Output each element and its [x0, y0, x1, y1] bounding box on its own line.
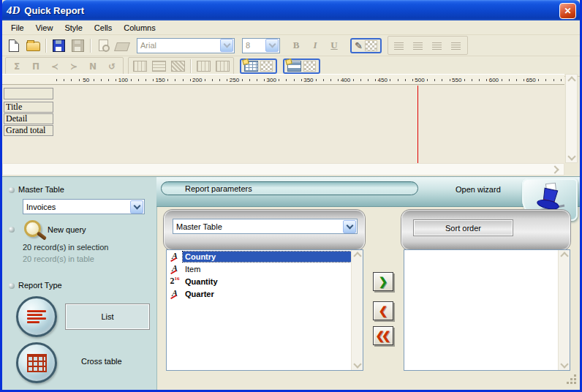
- ruler-tick: [502, 79, 502, 81]
- row-grand-total[interactable]: Grand total: [4, 125, 53, 136]
- ruler-tick: [412, 79, 413, 81]
- report-type-label: Report Type: [18, 281, 62, 290]
- pen-color-toggle[interactable]: ✎: [350, 38, 382, 53]
- title-bar[interactable]: 4D Quick Report ✕: [2, 0, 580, 20]
- row-title[interactable]: Title: [4, 102, 53, 113]
- fields-list[interactable]: ACountryAItem216QuantityAQuarter: [166, 249, 363, 371]
- scroll-down-icon[interactable]: [567, 152, 575, 160]
- field-quarter[interactable]: AQuarter: [167, 287, 363, 300]
- toolbar-separator: [190, 59, 191, 73]
- ruler-number: 600: [488, 77, 499, 83]
- open-wizard-label[interactable]: Open wizard: [456, 185, 501, 194]
- print-button[interactable]: [113, 37, 131, 53]
- add-field-button[interactable]: ❯: [373, 272, 393, 291]
- scroll-up-icon[interactable]: [353, 252, 361, 260]
- max-button[interactable]: ≻: [65, 59, 83, 75]
- underline-button[interactable]: U: [325, 37, 343, 53]
- report-canvas[interactable]: TitleDetailGrand total: [2, 86, 564, 163]
- new-query-label[interactable]: New query: [48, 225, 86, 234]
- number-format-button[interactable]: N: [84, 59, 102, 75]
- sort-list-scrollbar[interactable]: [558, 250, 570, 370]
- align-center-button[interactable]: [409, 37, 427, 53]
- horizontal-scrollbar[interactable]: [2, 163, 564, 176]
- show-grid-toggle[interactable]: [240, 59, 277, 74]
- new-report-button[interactable]: [5, 37, 23, 53]
- scroll-right-icon[interactable]: [551, 165, 559, 173]
- field-quantity[interactable]: 216Quantity: [167, 275, 363, 287]
- list-report-button[interactable]: [16, 296, 57, 337]
- insert-column-right-button[interactable]: [213, 59, 231, 75]
- remove-all-fields-button[interactable]: ❮❮: [373, 326, 393, 345]
- open-report-button[interactable]: [24, 37, 42, 53]
- remove-field-button[interactable]: ❮: [373, 301, 393, 320]
- align-right-button[interactable]: [428, 37, 446, 53]
- scroll-up-icon[interactable]: [560, 252, 568, 260]
- menubar: FileViewStyleCellsColumns: [2, 20, 580, 35]
- scroll-down-icon[interactable]: [560, 360, 568, 368]
- cross-table-button[interactable]: [16, 342, 57, 383]
- fields-table-dropdown[interactable]: Master Table: [173, 219, 358, 234]
- italic-button[interactable]: I: [306, 37, 324, 53]
- pi-icon: Π: [31, 61, 42, 72]
- report-parameters-header: Report parameters: [161, 181, 418, 195]
- cross-table-icon: [27, 354, 47, 372]
- print-preview-button[interactable]: [94, 37, 112, 53]
- row-header-cell[interactable]: [4, 88, 53, 99]
- red-guide-line[interactable]: [417, 86, 418, 163]
- field-label: Country: [183, 252, 351, 262]
- resize-grip[interactable]: [565, 373, 577, 385]
- ruler-tick: [427, 79, 428, 81]
- sort-order-list[interactable]: [404, 249, 570, 371]
- align-justify-button[interactable]: [447, 37, 465, 53]
- insert-column-left-button[interactable]: [194, 59, 212, 75]
- grid-rows-icon: [287, 61, 301, 72]
- menu-view[interactable]: View: [30, 22, 59, 34]
- new-query-button[interactable]: [23, 219, 48, 244]
- show-rows-toggle[interactable]: [283, 59, 320, 74]
- row-detail[interactable]: Detail: [4, 113, 53, 124]
- field-item[interactable]: AItem: [167, 263, 363, 275]
- ruler-tick: [538, 79, 539, 81]
- repeat-button[interactable]: ↺: [103, 59, 121, 75]
- ruler-tick: [131, 79, 132, 81]
- ruler-tick: [264, 79, 265, 81]
- scroll-up-icon[interactable]: [567, 76, 575, 84]
- vertical-scrollbar[interactable]: [565, 74, 578, 163]
- font-size-dropdown[interactable]: 8: [242, 38, 280, 53]
- align-left-button[interactable]: [390, 37, 408, 53]
- dither-pattern-icon: [171, 61, 185, 72]
- align-center-icon: [413, 42, 423, 50]
- master-table-value: Invoices: [26, 203, 56, 211]
- menu-file[interactable]: File: [5, 22, 30, 34]
- sum-button[interactable]: Σ: [8, 59, 26, 75]
- font-family-dropdown[interactable]: Arial: [137, 38, 235, 53]
- cross-table-label[interactable]: Cross table: [81, 357, 122, 366]
- fill-pattern-button[interactable]: [169, 59, 186, 75]
- count-button[interactable]: Π: [27, 59, 45, 75]
- printer-icon: [114, 42, 130, 51]
- ruler[interactable]: 50100150200250300350400450500550600650: [2, 74, 564, 85]
- ruler-tick: [205, 79, 205, 81]
- list-type-box[interactable]: List: [65, 304, 150, 330]
- max-icon: ≻: [69, 61, 80, 72]
- ruler-number: 300: [266, 77, 277, 83]
- bold-button[interactable]: B: [287, 37, 305, 53]
- field-country[interactable]: ACountry: [167, 250, 363, 263]
- save-button[interactable]: [50, 37, 67, 53]
- table-count: 20 record(s) in table: [23, 255, 94, 263]
- menu-style[interactable]: Style: [58, 22, 88, 34]
- toolbar-main: Arial 8 B I U ✎: [2, 35, 580, 56]
- add-row-button[interactable]: [150, 59, 167, 75]
- master-table-dropdown[interactable]: Invoices: [23, 199, 145, 214]
- menu-cells[interactable]: Cells: [88, 22, 118, 34]
- column-tools-group: [128, 57, 234, 76]
- toolbar-separator: [90, 39, 91, 53]
- add-column-button[interactable]: [131, 59, 148, 75]
- close-button[interactable]: ✕: [559, 3, 576, 19]
- ruler-tick: [79, 79, 80, 81]
- scroll-down-icon[interactable]: [353, 360, 361, 368]
- menu-columns[interactable]: Columns: [118, 22, 161, 34]
- min-button[interactable]: ≺: [46, 59, 64, 75]
- save-as-button[interactable]: [69, 37, 86, 53]
- fields-list-scrollbar[interactable]: [351, 250, 363, 370]
